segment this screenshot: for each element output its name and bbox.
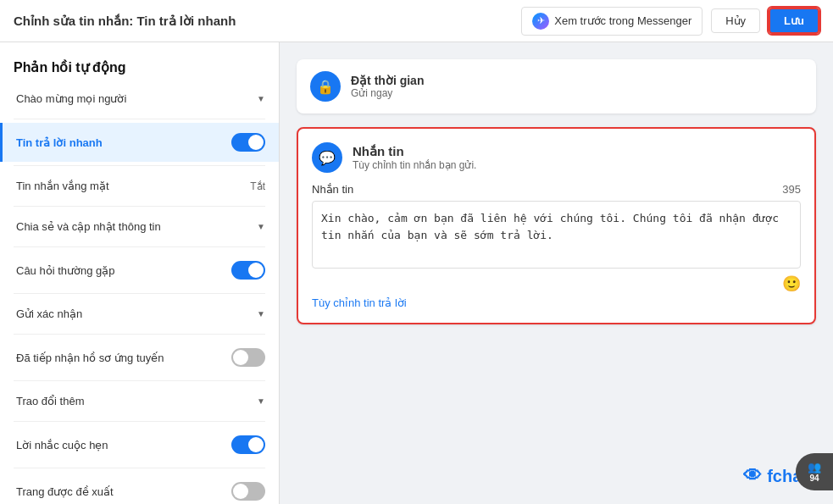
page-title: Chỉnh sửa tin nhắn: Tin trả lời nhanh (14, 14, 236, 29)
schedule-info: Đặt thời gian Gửi ngay (351, 74, 424, 99)
divider (14, 119, 265, 119)
divider (14, 334, 265, 335)
top-header: Chỉnh sửa tin nhắn: Tin trả lời nhanh ✈ … (0, 0, 833, 42)
message-field-label: Nhắn tin (312, 183, 353, 196)
divider (14, 165, 265, 166)
toggle-trang-de-xuat[interactable] (231, 482, 265, 501)
messenger-icon: ✈ (532, 13, 549, 30)
schedule-subtitle: Gửi ngay (351, 87, 424, 99)
message-icon: 💬 (312, 142, 342, 173)
message-subtitle: Tùy chỉnh tin nhắn bạn gửi. (353, 159, 476, 171)
divider (14, 246, 265, 247)
right-panel: 🔒 Đặt thời gian Gửi ngay 💬 Nhắn tin Tùy … (280, 42, 833, 504)
schedule-box: 🔒 Đặt thời gian Gửi ngay (297, 59, 816, 114)
chevron-down-icon: ▼ (257, 396, 265, 406)
toggle-loi-nhac[interactable] (231, 435, 265, 454)
sidebar-item-da-tiep-nhan[interactable]: Đã tiếp nhận hồ sơ ứng tuyến (0, 338, 279, 377)
chevron-down-icon: ▼ (257, 94, 265, 103)
preview-messenger-button[interactable]: ✈ Xem trước trong Messenger (521, 7, 702, 36)
schedule-icon: 🔒 (310, 71, 341, 102)
header-actions: ✈ Xem trước trong Messenger Hủy Lưu (521, 7, 819, 36)
toggle-da-tiep-nhan[interactable] (231, 348, 265, 367)
cancel-button[interactable]: Hủy (711, 8, 760, 33)
message-label-row: Nhắn tin 395 (312, 183, 801, 196)
chevron-down-icon: ▼ (257, 309, 265, 318)
people-badge[interactable]: 👥 94 (796, 453, 833, 490)
sidebar-item-trang-de-xuat[interactable]: Trang được đề xuất (0, 472, 279, 504)
divider (14, 421, 265, 422)
divider (14, 380, 265, 381)
toggle-tin-tra-loi[interactable] (231, 133, 265, 152)
people-count: 94 (809, 474, 819, 483)
customize-link[interactable]: Tùy chỉnh tin trả lời (312, 296, 407, 309)
fchat-icon: 👁 (743, 465, 762, 487)
divider (14, 468, 265, 468)
schedule-title: Đặt thời gian (351, 74, 424, 87)
message-box-header: 💬 Nhắn tin Tùy chỉnh tin nhắn bạn gửi. (312, 142, 801, 173)
message-info: Nhắn tin Tùy chỉnh tin nhắn bạn gửi. (353, 144, 476, 171)
divider (14, 206, 265, 207)
emoji-icon[interactable]: 🙂 (782, 274, 801, 293)
sidebar-item-gui-xac-nhan[interactable]: Gửi xác nhận ▼ (0, 297, 279, 330)
sidebar-item-tin-nhan-vang-mat[interactable]: Tin nhắn vắng mặt Tắt (0, 169, 279, 202)
message-box: 💬 Nhắn tin Tùy chỉnh tin nhắn bạn gửi. N… (297, 127, 816, 324)
message-textarea[interactable] (312, 201, 801, 269)
sidebar-item-chia-se[interactable]: Chia sẻ và cập nhật thông tin ▼ (0, 210, 279, 243)
emoji-row: 🙂 (312, 271, 801, 296)
toggle-cau-hoi[interactable] (231, 261, 265, 280)
sidebar: Phản hồi tự động Chào mừng mọi người ▼ T… (0, 42, 280, 504)
sidebar-item-loi-nhac[interactable]: Lời nhắc cuộc hẹn (0, 425, 279, 464)
message-title: Nhắn tin (353, 144, 476, 159)
people-icon: 👥 (808, 461, 821, 474)
sidebar-title: Phản hồi tự động (0, 49, 279, 82)
sidebar-item-tin-tra-loi[interactable]: Tin trả lời nhanh (0, 123, 279, 162)
save-button[interactable]: Lưu (769, 8, 819, 34)
sidebar-item-cau-hoi[interactable]: Câu hỏi thường gặp (0, 251, 279, 290)
message-count: 395 (782, 183, 801, 196)
sidebar-item-chao-mung[interactable]: Chào mừng mọi người ▼ (0, 82, 279, 115)
main-content: Phản hồi tự động Chào mừng mọi người ▼ T… (0, 42, 833, 504)
divider (14, 293, 265, 294)
sidebar-item-trao-doi[interactable]: Trao đổi thêm ▼ (0, 385, 279, 418)
chevron-down-icon: ▼ (257, 222, 265, 231)
